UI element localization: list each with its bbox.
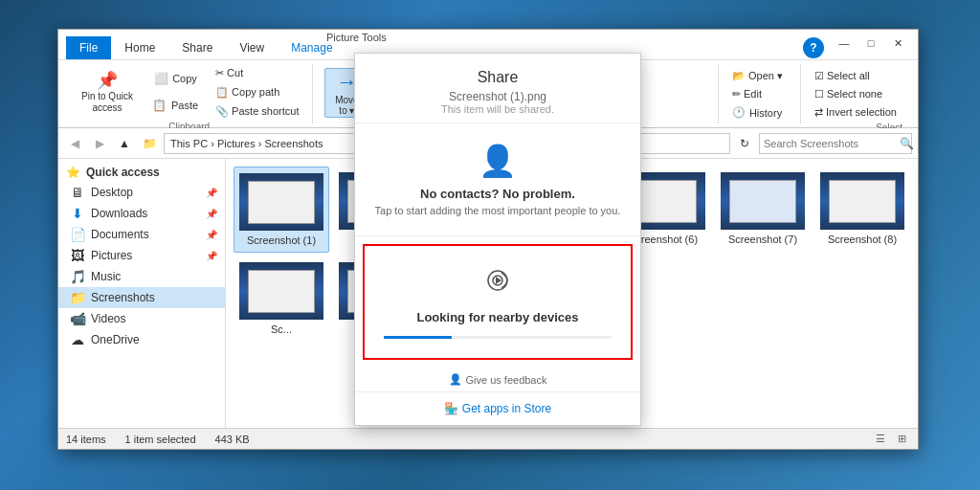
sidebar-item-pictures[interactable]: 🖼 Pictures 📌 — [58, 245, 225, 266]
file-thumb-8 — [820, 172, 904, 230]
share-dialog: Share Screenshot (1).png This item will … — [354, 53, 641, 426]
invert-selection-button[interactable]: ⇄ Invert selection — [809, 104, 902, 121]
picture-tools-label: Picture Tools — [326, 32, 387, 43]
search-box: 🔍 — [759, 133, 912, 154]
tab-home[interactable]: Home — [111, 36, 168, 59]
sidebar-item-music[interactable]: 🎵 Music — [58, 266, 225, 287]
get-apps-link[interactable]: 🏪 Get apps in Store — [365, 402, 631, 415]
back-button[interactable]: ◀ — [64, 133, 85, 154]
ribbon-tab-strip: File Home Share View Manage — [66, 30, 346, 59]
file-name-8: Screenshot (8) — [828, 234, 897, 245]
paste-icon: 📋 — [152, 98, 167, 113]
view-buttons: ☰ ⊞ — [872, 431, 910, 448]
pin-icon: 📌 — [94, 70, 121, 91]
tab-share[interactable]: Share — [168, 36, 226, 59]
screenshots-icon: 📁 — [70, 290, 85, 305]
file-name-7: Screenshot (7) — [728, 234, 797, 245]
help-button[interactable]: ? — [803, 37, 824, 58]
clipboard-group: 📌 Pin to Quickaccess ⬜ Copy 📋 Paste — [66, 64, 313, 123]
clipboard-items: 📌 Pin to Quickaccess ⬜ Copy 📋 Paste — [74, 64, 304, 120]
desktop-label: Desktop — [91, 186, 133, 199]
nearby-icon — [482, 265, 513, 302]
cut-button[interactable]: ✂ Cut — [210, 64, 304, 81]
search-input[interactable] — [760, 138, 900, 149]
open-button[interactable]: 📂 Open ▾ — [726, 68, 789, 84]
no-contacts-title: No contacts? No problem. — [420, 187, 575, 201]
file-item-sc9[interactable]: Sc... — [234, 256, 329, 341]
pin-label: Pin to Quickaccess — [81, 91, 133, 114]
onedrive-label: OneDrive — [91, 333, 140, 346]
paste-label: Paste — [171, 100, 198, 111]
share-subtitle: This item will be shared. — [370, 103, 625, 115]
share-nearby-section: Looking for nearby devices — [363, 244, 633, 360]
close-button[interactable]: ✕ — [885, 33, 910, 53]
folder-icon-small: 📁 — [139, 133, 160, 154]
nearby-progress — [384, 336, 612, 339]
minimize-button[interactable]: — — [832, 33, 857, 53]
nearby-title: Looking for nearby devices — [416, 310, 578, 324]
quick-access-icon: ⭐ — [66, 166, 80, 179]
large-icons-view-button[interactable]: ⊞ — [893, 431, 910, 448]
tab-file[interactable]: File — [66, 36, 111, 59]
maximize-button[interactable]: □ — [858, 33, 883, 53]
selected-count: 1 item selected — [125, 434, 196, 445]
screenshots-label: Screenshots — [91, 291, 155, 304]
file-size: 443 KB — [215, 434, 250, 445]
downloads-icon: ⬇ — [70, 206, 85, 221]
select-none-button[interactable]: ☐ Select none — [809, 86, 902, 102]
get-apps-label: Get apps in Store — [462, 402, 551, 415]
file-thumb-1 — [239, 173, 323, 231]
up-button[interactable]: ▲ — [114, 133, 135, 154]
share-filename: Screenshot (1).png — [370, 90, 625, 103]
share-contacts-section: 👤 No contacts? No problem. Tap to start … — [355, 123, 640, 236]
documents-icon: 📄 — [70, 227, 85, 242]
file-thumb-9 — [239, 262, 323, 320]
desktop-icon: 🖥 — [70, 185, 85, 200]
sidebar-section-quick-access[interactable]: ⭐ Quick access — [58, 163, 225, 182]
sidebar-item-onedrive[interactable]: ☁ OneDrive — [58, 329, 225, 350]
file-thumb-7 — [721, 172, 805, 230]
sidebar: ⭐ Quick access 🖥 Desktop 📌 ⬇ Downloads 📌… — [58, 159, 226, 428]
file-name-9: Sc... — [271, 323, 292, 335]
pin-downloads-icon: 📌 — [206, 209, 217, 219]
sidebar-item-downloads[interactable]: ⬇ Downloads 📌 — [58, 203, 225, 224]
documents-label: Documents — [91, 228, 149, 241]
statusbar: 14 items 1 item selected 443 KB ☰ ⊞ — [58, 428, 918, 449]
pin-to-quick-access-button[interactable]: 📌 Pin to Quickaccess — [74, 67, 141, 117]
file-item-sc7[interactable]: Screenshot (7) — [715, 167, 811, 253]
downloads-label: Downloads — [91, 207, 147, 220]
copy-path-button[interactable]: 📋 Copy path — [210, 83, 304, 100]
sidebar-item-documents[interactable]: 📄 Documents 📌 — [58, 224, 225, 245]
file-item-screenshot1[interactable]: Screenshot (1) — [234, 167, 329, 253]
tab-view[interactable]: View — [226, 36, 278, 59]
refresh-button[interactable]: ↻ — [734, 133, 755, 154]
select-all-button[interactable]: ☑ Select all — [809, 68, 902, 84]
share-footer: 🏪 Get apps in Store — [355, 391, 640, 425]
history-button[interactable]: 🕐 History — [726, 104, 789, 121]
copy-icon: ⬜ — [153, 71, 168, 86]
onedrive-icon: ☁ — [70, 332, 85, 347]
sidebar-item-desktop[interactable]: 🖥 Desktop 📌 — [58, 182, 225, 203]
details-view-button[interactable]: ☰ — [872, 431, 889, 448]
search-icon[interactable]: 🔍 — [900, 137, 914, 150]
pin-documents-icon: 📌 — [206, 230, 217, 240]
share-feedback[interactable]: 👤 Give us feedback — [355, 368, 640, 391]
copy-paste-group: ⬜ Copy 📋 Paste — [145, 66, 206, 118]
edit-button[interactable]: ✏ Edit — [726, 86, 789, 102]
file-name-1: Screenshot (1) — [247, 234, 316, 246]
nearby-progress-bar — [384, 336, 452, 339]
paste-shortcut-button[interactable]: 📎 Paste shortcut — [210, 102, 304, 120]
quick-access-label: Quick access — [86, 166, 160, 179]
feedback-label: Give us feedback — [466, 374, 547, 386]
pictures-label: Pictures — [91, 249, 132, 262]
open-group: 📂 Open ▾ ✏ Edit 🕐 History — [718, 64, 796, 123]
share-title: Share — [370, 69, 625, 86]
paste-button[interactable]: 📋 Paste — [145, 93, 206, 118]
sidebar-item-videos[interactable]: 📹 Videos — [58, 308, 225, 329]
forward-button[interactable]: ▶ — [89, 133, 110, 154]
file-item-sc8[interactable]: Screenshot (8) — [814, 167, 910, 251]
sidebar-item-screenshots[interactable]: 📁 Screenshots — [58, 287, 225, 308]
music-icon: 🎵 — [70, 269, 85, 284]
window-controls: ? — □ ✕ — [832, 33, 910, 53]
copy-button[interactable]: ⬜ Copy — [145, 66, 206, 91]
